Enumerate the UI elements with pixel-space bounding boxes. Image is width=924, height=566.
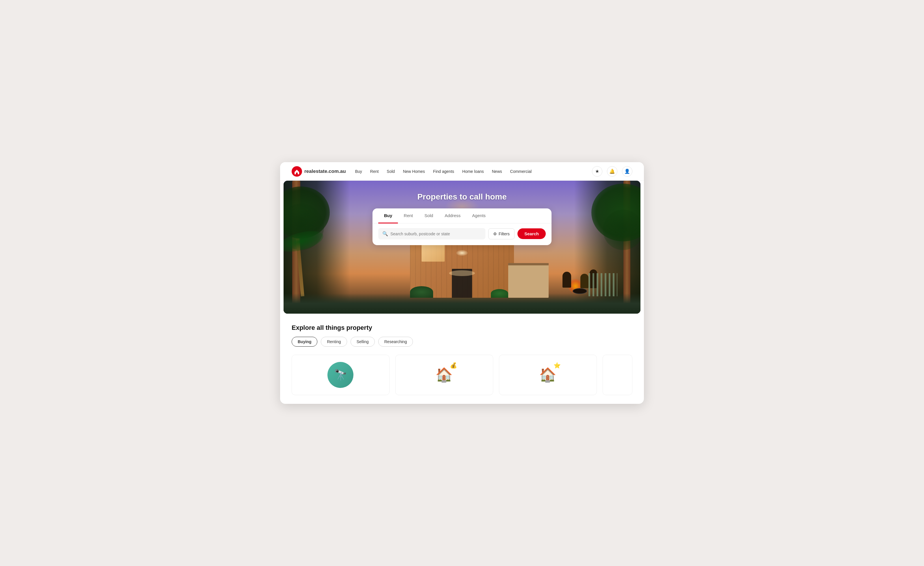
- nav-rent[interactable]: Rent: [370, 169, 379, 174]
- browser-window: realestate.com.au Buy Rent Sold New Home…: [280, 162, 644, 404]
- saved-properties-button[interactable]: ★: [592, 166, 602, 177]
- card-1-illustration: 🔭: [327, 362, 353, 388]
- pill-buying[interactable]: Buying: [292, 337, 317, 346]
- nav-buy[interactable]: Buy: [355, 169, 362, 174]
- card-1[interactable]: 🔭: [292, 355, 390, 395]
- nav-sold[interactable]: Sold: [387, 169, 395, 174]
- filters-label: Filters: [499, 232, 510, 236]
- card-2-illustration: 🏠 💰: [431, 362, 457, 388]
- bush-left: [410, 286, 433, 298]
- header-actions: ★ 🔔 👤: [592, 166, 632, 177]
- explore-title: Explore all things property: [292, 324, 632, 331]
- profile-button[interactable]: 👤: [622, 166, 632, 177]
- bg-house-right: [508, 263, 549, 298]
- category-pills: Buying Renting Selling Researching: [292, 337, 632, 346]
- bush-right: [491, 289, 508, 298]
- user-icon: 👤: [624, 169, 630, 174]
- hero-content: Properties to call home Buy Rent Sold Ad…: [284, 181, 640, 245]
- site-header: realestate.com.au Buy Rent Sold New Home…: [280, 162, 644, 181]
- nav-home-loans[interactable]: Home loans: [462, 169, 484, 174]
- filters-button[interactable]: ⚙ Filters: [488, 228, 514, 239]
- search-card: Buy Rent Sold Address Agents 🔍 ⚙ Filters: [372, 208, 552, 245]
- main-nav: Buy Rent Sold New Homes Find agents Home…: [355, 169, 592, 174]
- card-2[interactable]: 🏠 💰: [395, 355, 493, 395]
- person-2: [580, 274, 588, 288]
- notifications-button[interactable]: 🔔: [607, 166, 617, 177]
- logo-text: realestate.com.au: [304, 169, 346, 174]
- saved-icon: ★: [595, 169, 599, 174]
- tab-agents[interactable]: Agents: [466, 208, 492, 223]
- search-input[interactable]: [390, 232, 482, 236]
- tab-address[interactable]: Address: [439, 208, 466, 223]
- logo-link[interactable]: realestate.com.au: [292, 166, 346, 177]
- card-2-content: 🏠 💰: [425, 356, 463, 394]
- search-input-wrapper: 🔍: [378, 228, 485, 239]
- tab-buy[interactable]: Buy: [378, 208, 398, 223]
- nav-news[interactable]: News: [492, 169, 502, 174]
- search-tabs: Buy Rent Sold Address Agents: [372, 208, 552, 223]
- person-1: [562, 272, 571, 288]
- card-3[interactable]: 🏠 ⭐: [499, 355, 597, 395]
- bottom-spacer: [280, 395, 644, 404]
- pendant-light: [456, 250, 468, 256]
- card-3-illustration: 🏠 ⭐: [535, 362, 561, 388]
- nav-new-homes[interactable]: New Homes: [403, 169, 425, 174]
- explore-section: Explore all things property Buying Renti…: [280, 314, 644, 395]
- pill-selling[interactable]: Selling: [351, 337, 375, 346]
- nav-find-agents[interactable]: Find agents: [433, 169, 454, 174]
- cards-row: 🔭 🏠 💰 🏠 ⭐: [292, 355, 632, 395]
- tab-sold[interactable]: Sold: [418, 208, 439, 223]
- bell-icon: 🔔: [609, 169, 615, 174]
- door-light: [449, 270, 475, 276]
- fence-right: [588, 273, 617, 296]
- card-4-partial: [603, 355, 632, 395]
- card-1-content: 🔭: [322, 356, 359, 394]
- search-icon: 🔍: [382, 231, 388, 236]
- pill-researching[interactable]: Researching: [378, 337, 413, 346]
- svg-rect-1: [296, 173, 298, 174]
- logo-icon: [292, 166, 302, 177]
- hero-section: Properties to call home Buy Rent Sold Ad…: [284, 181, 640, 314]
- filters-icon: ⚙: [493, 232, 497, 236]
- fire-pit: [573, 288, 587, 294]
- nav-commercial[interactable]: Commercial: [510, 169, 532, 174]
- hero-title: Properties to call home: [417, 192, 507, 202]
- tab-rent[interactable]: Rent: [398, 208, 418, 223]
- card-3-content: 🏠 ⭐: [529, 356, 567, 394]
- search-body: 🔍 ⚙ Filters Search: [372, 223, 552, 245]
- search-button[interactable]: Search: [518, 228, 546, 239]
- pill-renting[interactable]: Renting: [321, 337, 347, 346]
